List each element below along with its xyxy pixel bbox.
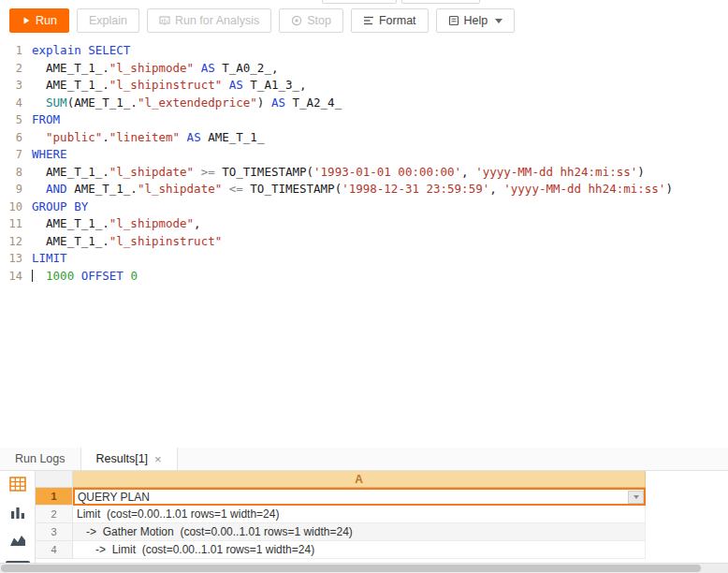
cell-text: Limit (cost=0.00..1.01 rows=1 width=24): [77, 507, 279, 521]
code-line[interactable]: 1explain SELECT: [0, 42, 728, 60]
result-cell[interactable]: Limit (cost=0.00..1.01 rows=1 width=24): [73, 506, 646, 523]
truncated-control: [322, 0, 397, 4]
result-row: 1QUERY PLAN: [36, 488, 728, 506]
explain-button[interactable]: Explain: [77, 8, 139, 33]
grid-corner-cell[interactable]: [36, 471, 73, 488]
scrollbar-thumb[interactable]: [1, 565, 701, 572]
line-number: 2: [0, 60, 32, 78]
code-line[interactable]: 10GROUP BY: [0, 198, 728, 216]
help-button-label: Help: [464, 14, 488, 27]
explain-button-label: Explain: [89, 14, 127, 27]
line-content: AND AME_T_1_."l_shipdate" <= TO_TIMESTAM…: [32, 181, 673, 198]
chevron-down-icon: [495, 19, 502, 23]
line-number: 13: [0, 250, 32, 268]
grid-rows: 1QUERY PLAN2Limit (cost=0.00..1.01 rows=…: [36, 488, 728, 559]
results-tabbar: Run LogsResults[1]×: [0, 448, 728, 471]
stop-icon: [291, 15, 302, 26]
code-line[interactable]: 7WHERE: [0, 146, 728, 164]
horizontal-scrollbar[interactable]: [0, 563, 728, 573]
format-button[interactable]: Format: [351, 8, 429, 33]
code-line[interactable]: 3 AME_T_1_."l_shipinstruct" AS T_A1_3_,: [0, 77, 728, 95]
code-line[interactable]: 2 AME_T_1_."l_shipmode" AS T_A0_2_,: [0, 60, 728, 78]
stop-button[interactable]: Stop: [279, 8, 343, 33]
result-row: 2Limit (cost=0.00..1.01 rows=1 width=24): [36, 506, 728, 523]
code-line[interactable]: 14 1000 OFFSET 0: [0, 268, 728, 286]
line-number: 9: [0, 181, 32, 198]
results-panel: A 1QUERY PLAN2Limit (cost=0.00..1.01 row…: [0, 471, 728, 566]
result-row: 4 -> Limit (cost=0.00..1.01 rows=1 width…: [36, 541, 728, 559]
line-content: AME_T_1_."l_shipmode" AS T_A0_2_,: [32, 60, 278, 78]
result-cell[interactable]: -> Gather Motion (cost=0.00..1.01 rows=1…: [73, 523, 646, 541]
tab-run-logs[interactable]: Run Logs: [0, 448, 80, 470]
results-grid: A 1QUERY PLAN2Limit (cost=0.00..1.01 row…: [36, 471, 728, 566]
code-line[interactable]: 12 AME_T_1_."l_shipinstruct": [0, 233, 728, 251]
cell-text: QUERY PLAN: [78, 491, 150, 504]
line-number: 6: [0, 129, 32, 147]
code-lines: 1explain SELECT2 AME_T_1_."l_shipmode" A…: [0, 42, 728, 285]
help-button[interactable]: Help: [436, 8, 516, 33]
view-switcher: [0, 471, 36, 566]
run-for-analysis-button[interactable]: Run for Analysis: [147, 8, 271, 33]
column-header-a[interactable]: A: [73, 471, 646, 488]
play-icon: [22, 16, 31, 25]
row-number[interactable]: 1: [36, 488, 73, 506]
cell-text: -> Limit (cost=0.00..1.01 rows=1 width=2…: [77, 543, 314, 556]
line-content: FROM: [32, 111, 60, 129]
line-content: "public"."lineitem" AS AME_T_1_: [32, 129, 264, 147]
row-number[interactable]: 3: [36, 523, 73, 541]
line-number: 4: [0, 95, 32, 112]
line-number: 3: [0, 77, 32, 95]
code-line[interactable]: 11 AME_T_1_."l_shipmode",: [0, 215, 728, 233]
stop-button-label: Stop: [307, 14, 331, 27]
truncated-control: [401, 0, 480, 4]
line-content: AME_T_1_."l_shipdate" >= TO_TIMESTAMP('1…: [32, 164, 645, 182]
code-line[interactable]: 4 SUM(AME_T_1_."l_extendedprice") AS T_A…: [0, 95, 728, 112]
line-content: AME_T_1_."l_shipinstruct": [32, 233, 222, 251]
run-button-label: Run: [36, 14, 57, 27]
tab-label: Results[1]: [96, 452, 149, 465]
line-number: 5: [0, 111, 32, 129]
cell-text: -> Gather Motion (cost=0.00..1.01 rows=1…: [77, 525, 353, 538]
line-content: SUM(AME_T_1_."l_extendedprice") AS T_A2_…: [32, 95, 342, 112]
toolbar: Run Explain Run for Analysis Stop Format…: [0, 0, 728, 39]
cell-dropdown-button[interactable]: [628, 491, 644, 504]
code-line[interactable]: 8 AME_T_1_."l_shipdate" >= TO_TIMESTAMP(…: [0, 164, 728, 182]
run-for-analysis-label: Run for Analysis: [175, 14, 259, 27]
code-line[interactable]: 13LIMIT: [0, 250, 728, 268]
line-content: LIMIT: [32, 250, 67, 268]
line-content: explain SELECT: [32, 42, 130, 60]
format-icon: [363, 15, 374, 26]
line-content: AME_T_1_."l_shipinstruct" AS T_A1_3_,: [32, 77, 307, 95]
grid-header-row: A: [36, 471, 728, 488]
analysis-icon: [159, 15, 170, 26]
result-cell[interactable]: QUERY PLAN: [73, 488, 646, 506]
line-content: GROUP BY: [32, 198, 88, 216]
line-content: AME_T_1_."l_shipmode",: [32, 215, 201, 233]
line-number: 8: [0, 164, 32, 182]
line-number: 10: [0, 198, 32, 216]
line-number: 11: [0, 215, 32, 233]
code-line[interactable]: 9 AND AME_T_1_."l_shipdate" <= TO_TIMEST…: [0, 181, 728, 198]
line-number: 1: [0, 42, 32, 60]
line-number: 14: [0, 268, 32, 286]
result-row: 3 -> Gather Motion (cost=0.00..1.01 rows…: [36, 523, 728, 541]
line-number: 7: [0, 146, 32, 164]
result-cell[interactable]: -> Limit (cost=0.00..1.01 rows=1 width=2…: [73, 541, 646, 559]
chevron-down-icon: [633, 495, 639, 499]
tab-results-1-[interactable]: Results[1]×: [80, 448, 178, 470]
close-icon[interactable]: ×: [154, 452, 162, 466]
format-button-label: Format: [379, 14, 416, 27]
table-view-icon[interactable]: [9, 477, 26, 492]
area-chart-icon[interactable]: [9, 533, 26, 548]
sql-editor[interactable]: 1explain SELECT2 AME_T_1_."l_shipmode" A…: [0, 39, 728, 448]
line-content: 1000 OFFSET 0: [32, 268, 138, 286]
line-number: 12: [0, 233, 32, 251]
tab-label: Run Logs: [15, 452, 66, 465]
run-button[interactable]: Run: [9, 8, 69, 33]
row-number[interactable]: 4: [36, 541, 73, 559]
row-number[interactable]: 2: [36, 506, 73, 523]
code-line[interactable]: 6 "public"."lineitem" AS AME_T_1_: [0, 129, 728, 147]
code-line[interactable]: 5FROM: [0, 111, 728, 129]
bar-chart-icon[interactable]: [9, 505, 26, 520]
help-book-icon: [448, 15, 459, 26]
